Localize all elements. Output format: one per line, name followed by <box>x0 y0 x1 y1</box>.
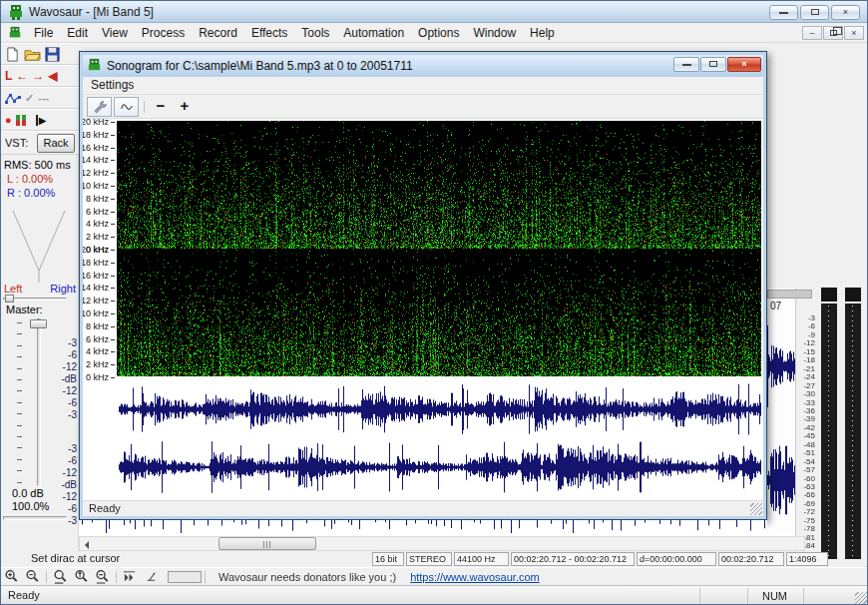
zoom-vertical-in-button[interactable] <box>71 569 92 585</box>
meter-tick-line <box>852 305 853 557</box>
toolbar-separator <box>205 571 206 583</box>
main-waveform-sliver[interactable] <box>79 520 767 536</box>
vst-row: VST: Rack <box>1 131 79 155</box>
menu-tools[interactable]: Tools <box>294 23 336 43</box>
menu-window[interactable]: Window <box>466 23 523 43</box>
previous-marker-icon[interactable]: ← <box>16 69 28 83</box>
pan-slider-thumb[interactable] <box>5 295 14 302</box>
slider-tick <box>17 345 22 346</box>
sonogram-display: 20 kHz18 kHz16 kHz14 kHz12 kHz10 kHz8 kH… <box>83 119 763 500</box>
open-file-icon[interactable] <box>24 47 41 62</box>
mdi-restore-button[interactable] <box>823 26 843 40</box>
mdi-restore-icon <box>830 30 837 36</box>
freq-label: 4 kHz <box>86 346 115 356</box>
mdi-minimize-button[interactable]: – <box>802 26 822 40</box>
scrollbar-grip-icon <box>263 541 272 548</box>
menu-process[interactable]: Process <box>135 23 192 43</box>
toolbar-separator <box>144 101 145 113</box>
menu-settings[interactable]: Settings <box>91 78 134 92</box>
mdi-close-button[interactable]: × <box>844 26 864 40</box>
marker-start-icon[interactable]: ◀ <box>48 69 57 83</box>
toolbar-display-box <box>168 571 202 583</box>
amplitude-label: -6 <box>68 455 77 466</box>
play-button[interactable]: ▶ <box>36 115 47 126</box>
zoom-selection-button[interactable] <box>50 569 71 585</box>
next-marker-icon[interactable]: → <box>32 69 44 83</box>
titlebar[interactable]: Wavosaur - [Mi Band 5] × <box>1 1 868 23</box>
vst-rack-button[interactable]: Rack <box>37 134 75 153</box>
frequency-axis-left-channel: 20 kHz18 kHz16 kHz14 kHz12 kHz10 kHz8 kH… <box>83 121 117 249</box>
sonogram-window[interactable]: Sonogram for C:\sample\Mi Band 5.mp3 at … <box>79 51 767 520</box>
sonogram-status-text: Ready <box>89 502 121 514</box>
menu-effects[interactable]: Effects <box>244 23 294 43</box>
menu-edit[interactable]: Edit <box>60 23 95 43</box>
sonogram-minimize-button[interactable] <box>673 57 699 72</box>
zoom-in-button[interactable] <box>1 569 22 585</box>
menu-options[interactable]: Options <box>411 23 466 43</box>
slider-tick <box>17 436 22 437</box>
settings-wrench-button[interactable] <box>87 97 112 117</box>
master-slider-track[interactable] <box>37 318 41 486</box>
set-marker-icon[interactable]: L <box>5 69 12 83</box>
resize-grip[interactable] <box>750 503 762 515</box>
pan-display <box>11 209 67 283</box>
clip-indicator-right[interactable] <box>845 288 861 302</box>
waveform-points-icon[interactable] <box>5 92 21 105</box>
freq-label: 4 kHz <box>86 219 115 229</box>
slider-tick <box>17 390 22 391</box>
menu-file[interactable]: File <box>27 23 60 43</box>
dashed-line-icon[interactable]: --- <box>38 92 49 104</box>
window-resize-grip[interactable] <box>855 592 867 604</box>
horizontal-scrollbar[interactable] <box>79 536 805 551</box>
slider-tick <box>17 413 22 414</box>
overview-scrollbar-fragment[interactable] <box>767 290 812 299</box>
donate-message: Wavosaur needs donators like you ;) <box>218 571 396 583</box>
new-file-icon[interactable] <box>5 47 20 62</box>
minimize-button[interactable] <box>769 5 798 20</box>
save-icon[interactable] <box>45 47 60 62</box>
gain-percent-value: 100.0% <box>12 500 49 512</box>
sonogram-titlebar[interactable]: Sonogram for C:\sample\Mi Band 5.mp3 at … <box>83 55 763 77</box>
status-field-bit-depth: 16 bit <box>372 552 404 566</box>
slider-tick <box>17 425 22 426</box>
menu-record[interactable]: Record <box>192 23 244 43</box>
record-button[interactable]: ● <box>5 114 12 126</box>
wave-icon <box>120 100 134 114</box>
zoom-vertical-out-button[interactable] <box>92 569 113 585</box>
ready-status: Ready <box>8 589 40 601</box>
sonogram-close-button[interactable]: × <box>727 57 761 72</box>
validate-icon[interactable]: ✓ <box>25 92 34 105</box>
menu-view[interactable]: View <box>95 23 135 43</box>
freq-label: 8 kHz <box>86 321 115 331</box>
pause-bar-icon <box>22 115 26 126</box>
sonogram-maximize-button[interactable] <box>700 57 726 72</box>
pause-button[interactable] <box>16 115 26 126</box>
waveform-right-channel[interactable] <box>119 441 761 493</box>
freq-label: 10 kHz <box>83 308 115 318</box>
amplitude-label: -3 <box>68 515 77 526</box>
wavosaur-link[interactable]: https://www.wavosaur.com <box>410 571 540 583</box>
waveform-toggle-button[interactable] <box>114 97 139 117</box>
maximize-button[interactable] <box>800 5 829 20</box>
main-statusbar: Ready NUM <box>1 585 868 605</box>
zoom-out-sonogram-button[interactable]: − <box>150 97 172 117</box>
master-slider-thumb[interactable] <box>30 319 47 328</box>
waveform-left-channel[interactable] <box>119 383 761 435</box>
gain-db-value: 0.0 dB <box>12 487 44 499</box>
menu-help[interactable]: Help <box>523 23 562 43</box>
zoom-in-sonogram-button[interactable]: + <box>174 97 196 117</box>
scrollbar-thumb[interactable] <box>218 537 316 550</box>
zoom-one-to-one-button[interactable] <box>141 569 162 585</box>
zoom-out-button[interactable] <box>22 569 43 585</box>
zoom-all-button[interactable] <box>120 569 141 585</box>
wavosaur-logo-icon <box>8 4 24 20</box>
master-label: Master: <box>6 303 43 315</box>
clip-indicator-left[interactable] <box>821 288 837 302</box>
zoom-vertical-in-icon <box>74 569 89 584</box>
zoom-one-to-one-icon <box>144 569 159 584</box>
scroll-left-button[interactable] <box>80 537 96 550</box>
menu-automation[interactable]: Automation <box>336 23 411 43</box>
freq-label: 0 kHz <box>86 372 115 382</box>
amplitude-label: -3 <box>68 443 77 454</box>
close-button[interactable]: × <box>831 5 860 20</box>
